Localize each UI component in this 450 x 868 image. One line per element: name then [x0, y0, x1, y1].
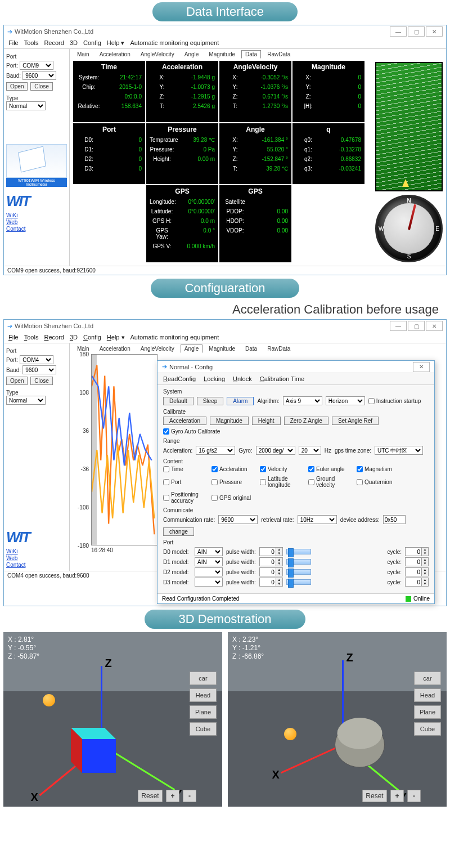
- d2-cycle-spinner[interactable]: ▲▼: [405, 567, 429, 576]
- close-port-button[interactable]: Close: [30, 377, 53, 385]
- menu-3d[interactable]: 3D: [70, 334, 78, 341]
- d3-slider[interactable]: [286, 579, 311, 585]
- baud-select[interactable]: 9600: [22, 365, 56, 374]
- instruction-startup-checkbox[interactable]: Instruction startup: [368, 398, 421, 404]
- d1-model-select[interactable]: AIN: [195, 557, 223, 566]
- minimize-button[interactable]: —: [390, 321, 407, 331]
- tab-data[interactable]: Data: [241, 50, 261, 59]
- type-select[interactable]: Normal: [6, 396, 46, 405]
- gyro-auto-calibrate-checkbox[interactable]: Gyro Auto Calibrate: [163, 428, 220, 435]
- d0-model-select[interactable]: AIN: [195, 547, 223, 556]
- open-button[interactable]: Open: [6, 377, 28, 385]
- gyro-range-select[interactable]: 2000 deg/: [256, 446, 295, 455]
- model-head-button[interactable]: Head: [414, 688, 441, 702]
- link-web[interactable]: Web: [6, 219, 67, 225]
- close-button[interactable]: ✕: [426, 26, 443, 37]
- reset-button[interactable]: Reset: [138, 790, 163, 802]
- tab-anglevelocity[interactable]: AngleVelocity: [137, 344, 178, 353]
- tab-magnitude[interactable]: Magnitude: [205, 50, 239, 59]
- d0-pulsewidth-spinner[interactable]: ▲▼: [259, 547, 283, 556]
- link-web[interactable]: Web: [6, 555, 67, 561]
- content-euler-angle-checkbox[interactable]: Euler angle: [308, 466, 349, 472]
- model-head-button[interactable]: Head: [190, 688, 217, 702]
- d2-pulsewidth-spinner[interactable]: ▲▼: [259, 567, 283, 576]
- content-time-checkbox[interactable]: Time: [163, 466, 204, 472]
- tab-anglevelocity[interactable]: AngleVelocity: [137, 50, 178, 59]
- menu-help[interactable]: Help ▾: [107, 334, 125, 341]
- link-contact[interactable]: Contact: [6, 562, 67, 568]
- link-wiki[interactable]: WiKi: [6, 548, 67, 554]
- tab-magnitude[interactable]: Magnitude: [205, 344, 239, 353]
- d3-pulsewidth-spinner[interactable]: ▲▼: [259, 578, 283, 587]
- zoom-out-button[interactable]: -: [407, 790, 421, 802]
- menu-unlock[interactable]: Unlock: [233, 375, 252, 382]
- content-positioning-accuracy-checkbox[interactable]: Positioning accuracy: [163, 491, 204, 504]
- d2-slider[interactable]: [286, 569, 311, 575]
- horizon-select[interactable]: Horizon: [326, 396, 365, 405]
- menu-auto-monitoring[interactable]: Automatic monitoring equipment: [130, 39, 219, 47]
- model-car-button[interactable]: car: [414, 672, 441, 685]
- dialog-close-button[interactable]: ✕: [413, 362, 430, 372]
- zoom-in-button[interactable]: +: [390, 790, 404, 802]
- content-accleration-checkbox[interactable]: Accleration: [212, 466, 252, 472]
- link-wiki[interactable]: WiKi: [6, 212, 67, 218]
- cal-magnitude-button[interactable]: Magnitude: [210, 417, 249, 425]
- content-magnetism-checkbox[interactable]: Magnetism: [357, 466, 397, 472]
- acc-range-select[interactable]: 16 g/s2: [196, 446, 235, 455]
- content-latitude-longitude-checkbox[interactable]: Latitude longitude: [260, 476, 300, 488]
- cal-set-angle-ref-button[interactable]: Set Angle Ref: [332, 417, 379, 425]
- model-cube-button[interactable]: Cube: [414, 722, 441, 736]
- tab-rawdata[interactable]: RawData: [263, 344, 294, 353]
- menu-file[interactable]: File: [8, 334, 19, 341]
- tab-acceleration[interactable]: Acceleration: [96, 344, 134, 353]
- tab-data[interactable]: Data: [241, 344, 261, 353]
- cal-zero-z-button[interactable]: Zero Z Angle: [284, 417, 328, 425]
- algorithm-select[interactable]: Axis 9: [283, 396, 322, 405]
- change-button[interactable]: change: [163, 527, 194, 536]
- menu-auto-monitoring[interactable]: Automatic monitoring equipment: [130, 334, 219, 341]
- model-car-button[interactable]: car: [190, 672, 217, 685]
- content-pressure-checkbox[interactable]: Pressure: [212, 479, 252, 485]
- menu-readconfig[interactable]: ReadConfig: [163, 375, 196, 382]
- tab-acceleration[interactable]: Acceleration: [96, 50, 134, 59]
- default-button[interactable]: Default: [163, 397, 194, 405]
- cal-acceleration-button[interactable]: Acceleration: [163, 417, 206, 425]
- content-gps-original-checkbox[interactable]: GPS original: [212, 495, 252, 501]
- d1-slider[interactable]: [286, 559, 311, 565]
- menu-3d[interactable]: 3D: [70, 39, 78, 47]
- tab-main[interactable]: Main: [73, 50, 93, 59]
- menu-tools[interactable]: Tools: [24, 334, 39, 341]
- comm-rate-select[interactable]: 9600: [218, 515, 258, 524]
- model-cube-button[interactable]: Cube: [190, 722, 217, 736]
- content-port-checkbox[interactable]: Port: [163, 479, 204, 485]
- menu-config[interactable]: Config: [83, 39, 101, 47]
- d3-cycle-spinner[interactable]: ▲▼: [405, 578, 429, 587]
- content-velocity-checkbox[interactable]: Velocity: [260, 466, 300, 472]
- content-quaternion-checkbox[interactable]: Quaternion: [357, 479, 397, 485]
- device-address-input[interactable]: [383, 515, 406, 524]
- model-plane-button[interactable]: Plane: [414, 705, 441, 719]
- d0-cycle-spinner[interactable]: ▲▼: [405, 547, 429, 556]
- link-contact[interactable]: Contact: [6, 226, 67, 232]
- menu-calibration-time[interactable]: Calibration Time: [260, 375, 305, 382]
- content-ground-velocity-checkbox[interactable]: Ground velocity: [308, 476, 349, 488]
- sleep-button[interactable]: Sleep: [197, 397, 224, 405]
- menu-locking[interactable]: Locking: [204, 375, 225, 382]
- d2-model-select[interactable]: [195, 567, 223, 576]
- d1-cycle-spinner[interactable]: ▲▼: [405, 557, 429, 566]
- tab-rawdata[interactable]: RawData: [263, 50, 294, 59]
- hz-select[interactable]: 20: [299, 446, 321, 455]
- zoom-in-button[interactable]: +: [166, 790, 179, 802]
- port-select[interactable]: COM9: [20, 61, 53, 70]
- tab-angle[interactable]: Angle: [181, 344, 203, 353]
- reset-button[interactable]: Reset: [362, 790, 387, 802]
- zoom-out-button[interactable]: -: [183, 790, 196, 802]
- menu-help[interactable]: Help ▾: [107, 39, 125, 47]
- d3-model-select[interactable]: [195, 578, 223, 587]
- alarm-button[interactable]: Alarm: [227, 397, 254, 405]
- menu-record[interactable]: Record: [44, 39, 64, 47]
- minimize-button[interactable]: —: [390, 26, 407, 37]
- close-port-button[interactable]: Close: [30, 82, 53, 91]
- baud-select[interactable]: 9600: [22, 71, 56, 80]
- type-select[interactable]: Normal: [6, 101, 46, 110]
